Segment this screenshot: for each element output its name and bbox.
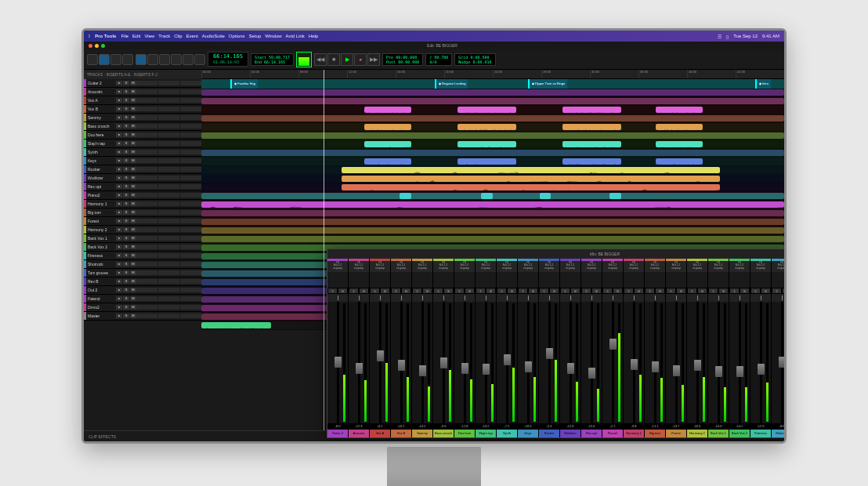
audio-clip[interactable] — [201, 89, 784, 96]
insert-slot[interactable] — [158, 184, 179, 189]
channel-inserts[interactable] — [518, 272, 538, 288]
insert-slot[interactable] — [136, 279, 157, 284]
pan-knob[interactable] — [349, 294, 369, 302]
solo-button[interactable]: S — [518, 288, 528, 294]
time-ruler[interactable]: 00:0004:0008:0012:0016:0020:0024:0028:00… — [201, 70, 784, 79]
solo-button[interactable]: S — [123, 279, 129, 284]
mute-button[interactable]: M — [528, 288, 538, 294]
track-header[interactable]: Harmony 1 ● S M — [84, 200, 201, 209]
app-name[interactable]: Pro Tools — [95, 34, 116, 38]
audio-clip[interactable] — [342, 184, 721, 190]
channel-name[interactable]: Bass crunch — [433, 430, 454, 437]
insert-slot[interactable] — [180, 124, 201, 129]
insert-slot[interactable] — [180, 167, 201, 172]
insert-slot[interactable] — [158, 98, 179, 103]
volume-fader[interactable] — [356, 363, 363, 374]
mute-button[interactable]: M — [130, 107, 136, 111]
channel-inserts[interactable] — [476, 272, 496, 288]
track-lane[interactable] — [201, 158, 784, 166]
channel-io[interactable]: I/OBus 1-2no group — [518, 261, 538, 272]
track-header[interactable]: Vox B ● S M — [84, 105, 201, 114]
volume-fader[interactable] — [715, 366, 722, 377]
audio-clip[interactable] — [201, 193, 784, 199]
pan-knob[interactable] — [687, 294, 707, 302]
insert-slot[interactable] — [180, 115, 201, 120]
channel-inserts[interactable] — [772, 272, 787, 288]
mute-button[interactable]: M — [130, 253, 136, 258]
insert-slot[interactable] — [180, 150, 201, 154]
record-arm-button[interactable]: ● — [116, 184, 122, 189]
channel-inserts[interactable] — [581, 272, 602, 288]
mute-button[interactable]: M — [549, 288, 559, 294]
mute-button[interactable]: M — [613, 288, 623, 294]
channel-inserts[interactable] — [645, 272, 665, 288]
insert-slot[interactable] — [136, 176, 157, 180]
track-header[interactable]: Bass crunch ● S M — [84, 122, 201, 131]
solo-button[interactable]: S — [123, 201, 129, 206]
stop-button[interactable]: ■ — [327, 53, 340, 66]
channel-io[interactable]: I/OBus 1-2no group — [433, 261, 454, 272]
menu-help[interactable]: Help — [309, 34, 318, 38]
channel-inserts[interactable] — [708, 272, 729, 288]
selection-info[interactable]: Start 59:08.717 End 66:14.165 — [251, 53, 294, 66]
mute-button[interactable]: M — [130, 210, 136, 215]
mute-button[interactable]: M — [422, 288, 432, 294]
pan-knob[interactable] — [476, 294, 496, 302]
solo-button[interactable]: S — [433, 288, 443, 294]
menu-edit[interactable]: Edit — [132, 34, 140, 38]
record-arm-button[interactable]: ● — [116, 296, 122, 301]
channel-io[interactable]: I/OBus 1-2no group — [687, 261, 707, 272]
mute-button[interactable]: M — [130, 158, 136, 163]
track-lane[interactable] — [201, 97, 784, 106]
zoom-icon[interactable] — [101, 44, 105, 48]
volume-fader[interactable] — [694, 360, 701, 371]
solo-button[interactable]: S — [123, 107, 129, 111]
channel-name[interactable]: Shotrock — [772, 430, 787, 437]
record-arm-button[interactable]: ● — [116, 141, 122, 146]
insert-slot[interactable] — [158, 305, 179, 310]
audio-clip[interactable] — [201, 201, 784, 208]
channel-inserts[interactable] — [560, 272, 580, 288]
wifi-icon[interactable]: ☰ — [718, 34, 722, 39]
insert-slot[interactable] — [180, 132, 201, 137]
track-header[interactable]: Guitar 2 ● S M — [84, 79, 201, 88]
record-arm-button[interactable]: ● — [116, 89, 122, 94]
record-arm-button[interactable]: ● — [116, 193, 122, 198]
insert-slot[interactable] — [158, 150, 179, 154]
mute-button[interactable]: M — [465, 288, 475, 294]
insert-slot[interactable] — [180, 201, 201, 206]
main-counter[interactable]: 66:14.165 01:06:14:03 — [208, 52, 248, 67]
insert-slot[interactable] — [180, 262, 201, 267]
audio-clip[interactable] — [201, 210, 784, 216]
volume-fader[interactable] — [567, 363, 574, 374]
audio-clip[interactable] — [364, 158, 411, 165]
record-arm-button[interactable]: ● — [116, 176, 122, 180]
track-header[interactable]: Fireness ● S M — [84, 252, 201, 260]
insert-slot[interactable] — [136, 89, 157, 94]
audio-clip[interactable] — [458, 158, 515, 165]
channel-io[interactable]: I/OBus 1-2no group — [454, 261, 475, 272]
pan-knob[interactable] — [602, 294, 623, 302]
track-header[interactable]: Rocker ● S M — [84, 165, 201, 174]
insert-slot[interactable] — [180, 193, 201, 198]
mute-button[interactable]: M — [130, 89, 136, 94]
insert-slot[interactable] — [136, 107, 157, 111]
zoom-tool-button[interactable] — [136, 54, 146, 65]
solo-button[interactable]: S — [708, 288, 718, 294]
solo-button[interactable]: S — [123, 210, 129, 215]
solo-button[interactable]: S — [391, 288, 401, 294]
solo-button[interactable]: S — [581, 288, 591, 294]
audio-clip[interactable] — [540, 193, 552, 199]
mute-button[interactable]: M — [634, 288, 644, 294]
track-header[interactable]: Back Vox 2 ● S M — [84, 243, 201, 252]
channel-name[interactable]: Piano2 — [602, 430, 623, 437]
pan-knob[interactable] — [645, 294, 665, 302]
channel-io[interactable]: I/OBus 1-2no group — [645, 261, 665, 272]
track-header[interactable]: Wurlitzer ● S M — [84, 174, 201, 183]
insert-slot[interactable] — [136, 98, 157, 103]
roll-info[interactable]: Pre 00:00.000 Post 00:00.000 — [382, 53, 423, 66]
volume-fader[interactable] — [461, 363, 468, 374]
channel-name[interactable]: Guitar 2 — [327, 430, 348, 437]
insert-slot[interactable] — [180, 227, 201, 232]
solo-button[interactable]: S — [123, 124, 129, 129]
